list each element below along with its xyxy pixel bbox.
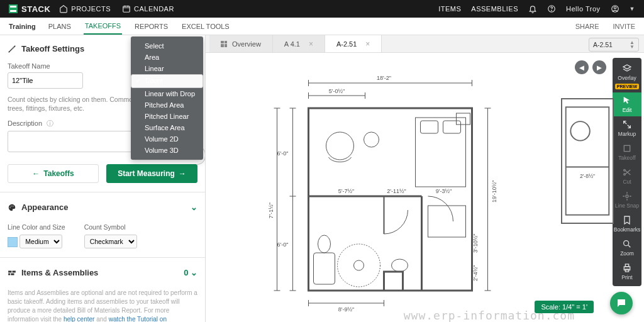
measure-type-option[interactable]: Area	[131, 52, 203, 63]
svg-point-2	[552, 11, 552, 11]
page-tab-1-label: A 4.1	[284, 40, 300, 48]
measure-type-dropdown: Select Area Linear Count Linear with Dro…	[131, 36, 203, 160]
nav-projects[interactable]: PROJECTS	[59, 4, 111, 13]
takeoff-name-input[interactable]	[8, 72, 83, 89]
rail-print[interactable]: Print	[613, 260, 641, 284]
ruler-icon	[8, 45, 16, 53]
rail-cut[interactable]: Cut	[613, 164, 641, 188]
line-size-select[interactable]: Medium	[19, 235, 62, 248]
invite-link[interactable]: INVITE	[613, 23, 635, 30]
chat-widget[interactable]	[610, 292, 633, 314]
svg-rect-10	[8, 273, 10, 275]
svg-point-5	[9, 207, 10, 208]
rail-overlay[interactable]: Overlay PREVIEW	[613, 60, 641, 92]
measure-type-option[interactable]: Linear with Drop	[131, 88, 203, 99]
bricks-icon	[8, 269, 16, 277]
svg-point-37	[318, 235, 331, 253]
brand-text: STACK	[21, 4, 50, 14]
measure-type-option[interactable]: Volume 2D	[131, 133, 203, 145]
brand-icon	[9, 4, 18, 13]
svg-rect-8	[8, 270, 11, 272]
close-icon[interactable]: ×	[365, 40, 370, 48]
close-icon[interactable]: ×	[309, 40, 313, 48]
arrow-left-icon: ◄	[578, 63, 586, 72]
bookmark-icon	[622, 215, 632, 225]
nav-projects-label: PROJECTS	[71, 5, 111, 13]
zoom-icon	[622, 239, 632, 249]
measure-type-option[interactable]: Surface Area	[131, 122, 203, 133]
page-tab-1[interactable]: A 4.1 ×	[273, 35, 325, 52]
brand[interactable]: STACK	[9, 4, 50, 14]
bell-icon[interactable]	[528, 4, 537, 13]
page-picker-value: A-2.51	[593, 41, 613, 48]
back-to-takeoffs-button[interactable]: ← Takeoffs	[8, 164, 99, 183]
user-menu-icon[interactable]	[611, 4, 619, 13]
info-icon[interactable]: ⓘ	[47, 119, 53, 127]
page-picker[interactable]: A-2.51 ▲▼	[589, 38, 639, 52]
share-link[interactable]: SHARE	[575, 23, 599, 30]
arrow-right-icon: ►	[596, 63, 604, 72]
svg-point-34	[326, 132, 354, 160]
user-greeting: Hello Troy	[566, 5, 601, 13]
rail-markup[interactable]: Markup	[613, 116, 641, 140]
nav-calendar-label: CALENDAR	[134, 5, 174, 13]
top-bar: STACK PROJECTS CALENDAR ITEMS ASSEMBLIES…	[0, 0, 644, 18]
measure-type-option[interactable]: Linear	[131, 63, 203, 74]
caret-down-icon[interactable]: ▼	[630, 6, 635, 12]
svg-point-16	[624, 241, 629, 246]
help-icon[interactable]	[547, 4, 556, 13]
items-assemblies-header[interactable]: Items & Assemblies 0 ⌄	[8, 265, 197, 284]
svg-rect-0	[123, 6, 130, 12]
items-help-text: Items and Assemblies are optional and ar…	[8, 289, 197, 322]
floorplan-viewport[interactable]: 18'-2" 5'-0½" 6'-0" 6'-0" 7'-1½" 8'-9½" …	[231, 64, 575, 316]
rail-takeoff[interactable]: Takeoff	[613, 140, 641, 164]
tab-excel-tools[interactable]: EXCEL TOOLS	[180, 19, 231, 34]
takeoff-icon	[622, 143, 632, 153]
measure-type-option[interactable]: Volume 3D	[131, 145, 203, 156]
line-color-swatch[interactable]	[8, 237, 18, 247]
arrow-left-icon: ←	[32, 169, 40, 178]
appearance-header[interactable]: Appearance ⌄	[8, 196, 197, 218]
grid-icon	[221, 41, 227, 47]
svg-rect-41	[428, 206, 466, 237]
nav-assemblies[interactable]: ASSEMBLIES	[471, 5, 518, 13]
adjacent-plan-peek: 2'-8½"	[561, 98, 614, 224]
svg-text:2'-11½": 2'-11½"	[387, 188, 406, 194]
help-center-link[interactable]: help center	[64, 316, 94, 322]
page-tab-2[interactable]: A-2.51 ×	[325, 35, 382, 52]
svg-text:19'-10½": 19'-10½"	[491, 180, 497, 203]
preview-badge: PREVIEW	[615, 84, 639, 89]
tab-reports[interactable]: REPORTS	[133, 19, 169, 34]
tab-overview[interactable]: Overview	[209, 35, 273, 52]
tab-takeoffs[interactable]: TAKEOFFS	[84, 18, 122, 35]
calendar-icon	[122, 4, 131, 13]
measure-type-option[interactable]: Select	[131, 40, 203, 52]
next-page-button[interactable]: ►	[592, 60, 606, 74]
measure-type-option[interactable]: Pitched Linear	[131, 111, 203, 122]
svg-rect-30	[416, 118, 466, 187]
svg-rect-9	[13, 270, 16, 272]
svg-text:7'-1½": 7'-1½"	[268, 203, 274, 218]
cursor-icon	[622, 96, 632, 106]
svg-text:2'-4½": 2'-4½"	[472, 265, 479, 281]
svg-point-40	[392, 259, 408, 272]
count-symbol-label: Count Symbol	[84, 223, 137, 231]
svg-text:3'-10½": 3'-10½"	[472, 234, 479, 253]
count-symbol-select[interactable]: Checkmark	[84, 235, 137, 248]
measure-type-option[interactable]: Count	[131, 74, 203, 88]
tab-plans[interactable]: PLANS	[47, 19, 72, 34]
layers-icon	[622, 64, 632, 74]
nav-items[interactable]: ITEMS	[438, 5, 461, 13]
svg-text:9'-3½": 9'-3½"	[436, 188, 452, 194]
rail-zoom[interactable]: Zoom	[613, 236, 641, 260]
measure-type-option[interactable]: Pitched Area	[131, 99, 203, 111]
chevron-down-icon: ⌄	[191, 203, 197, 212]
prev-page-button[interactable]: ◄	[575, 60, 589, 74]
svg-point-4	[614, 7, 616, 9]
rail-linesnap[interactable]: Line Snap	[613, 188, 641, 212]
rail-bookmarks[interactable]: Bookmarks	[613, 212, 641, 236]
start-measuring-button[interactable]: Start Measuring →	[106, 164, 197, 183]
line-color-label: Line Color and Size	[8, 223, 65, 231]
nav-calendar[interactable]: CALENDAR	[122, 4, 174, 13]
rail-edit[interactable]: Edit	[613, 92, 641, 116]
